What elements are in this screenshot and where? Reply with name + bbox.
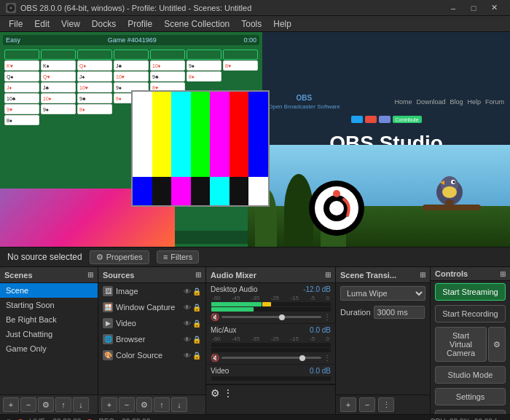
settings-button[interactable]: Settings [435, 388, 506, 405]
scene-item-be-right-back[interactable]: Be Right Back [0, 312, 98, 327]
mic-settings-icon[interactable]: ⋮ [323, 354, 331, 362]
source-lock-icon-2[interactable]: 🔒 [192, 304, 201, 312]
source-color[interactable]: 🎨 Color Source 👁 🔒 [98, 347, 205, 363]
source-lock-icon[interactable]: 🔒 [192, 288, 201, 296]
close-button[interactable]: ✕ [484, 0, 504, 16]
source-lock-icon-5[interactable]: 🔒 [192, 352, 201, 360]
svg-point-2 [9, 7, 12, 9]
scene-item-just-chatting[interactable]: Just Chatting [0, 327, 98, 341]
source-list: 🖼 Image 👁 🔒 🪟 Window Capture 👁 🔒 ▶ Video [98, 283, 205, 395]
scenes-dock-icon[interactable]: ⊞ [87, 271, 93, 279]
scenes-down-button[interactable]: ↓ [73, 397, 89, 412]
scene-item-scene[interactable]: Scene [0, 283, 98, 298]
source-eye-icon-2[interactable]: 👁 [184, 304, 191, 312]
audio-track-video: Video 0.0 dB [206, 365, 335, 384]
filters-button[interactable]: ≡ Filters [157, 250, 199, 264]
mic-aux-db: 0.0 dB [310, 326, 331, 334]
svg-point-6 [329, 201, 344, 215]
audio-dock-icon[interactable]: ⊞ [325, 271, 331, 279]
properties-button[interactable]: ⚙ Properties [90, 250, 149, 264]
mic-volume-thumb[interactable] [299, 355, 305, 361]
scenes-toolbar: + − ⚙ ↑ ↓ [0, 395, 98, 414]
svg-point-11 [453, 181, 455, 183]
studio-mode-button[interactable]: Studio Mode [435, 366, 506, 384]
youtube-icon [365, 116, 377, 123]
source-video[interactable]: ▶ Video 👁 🔒 [98, 315, 205, 331]
transition-add-button[interactable]: + [340, 397, 356, 412]
sources-remove-button[interactable]: − [119, 397, 135, 412]
transitions-panel-header: Scene Transi... ⊞ [336, 267, 430, 283]
start-streaming-button[interactable]: Start Streaming [435, 283, 506, 301]
transition-remove-button[interactable]: − [359, 397, 375, 412]
menu-edit[interactable]: Edit [28, 17, 55, 31]
source-browser[interactable]: 🌐 Browser 👁 🔒 [98, 331, 205, 347]
desktop-audio-label: Desktop Audio [211, 285, 258, 293]
duration-input[interactable] [374, 306, 425, 319]
audio-title: Audio Mixer [211, 271, 256, 280]
menu-tools[interactable]: Tools [235, 17, 267, 31]
menu-file[interactable]: File [3, 17, 28, 31]
audio-menu-icon[interactable]: ⋮ [223, 387, 233, 399]
scene-item-starting-soon[interactable]: Starting Soon [0, 298, 98, 312]
source-eye-icon-5[interactable]: 👁 [184, 352, 191, 360]
scene-item-game-only[interactable]: Game Only [0, 341, 98, 356]
audio-track-mic: Mic/Aux 0.0 dB -60-45-35-25-15-50 🔇 ⋮ [206, 324, 335, 365]
window-icon: 🪟 [103, 302, 113, 312]
source-lock-icon-4[interactable]: 🔒 [192, 336, 201, 344]
sources-down-button[interactable]: ↓ [171, 397, 187, 412]
menu-profile[interactable]: Profile [122, 17, 158, 31]
bottom-panels: Scenes ⊞ Scene Starting Soon Be Right Ba… [0, 267, 510, 414]
title-bar-controls: – □ ✕ [443, 0, 504, 16]
exit-button[interactable]: Exit [435, 410, 506, 414]
menu-docks[interactable]: Docks [86, 17, 122, 31]
scenes-up-button[interactable]: ↑ [55, 397, 71, 412]
scenes-panel-header: Scenes ⊞ [0, 267, 98, 283]
source-lock-icon-3[interactable]: 🔒 [192, 320, 201, 328]
source-eye-icon-3[interactable]: 👁 [184, 320, 191, 328]
virtual-camera-settings-button[interactable]: ⚙ [488, 327, 506, 362]
color-bars-overlay [131, 90, 270, 207]
virtual-camera-row: Start Virtual Camera ⚙ [435, 327, 506, 362]
transition-menu-button[interactable]: ⋮ [378, 397, 394, 412]
source-image[interactable]: 🖼 Image 👁 🔒 [98, 283, 205, 299]
source-eye-icon-4[interactable]: 👁 [184, 336, 191, 344]
start-recording-button[interactable]: Start Recording [435, 305, 506, 322]
source-eye-icon[interactable]: 👁 [184, 288, 191, 296]
app-icon [6, 3, 16, 13]
minimize-button[interactable]: – [443, 0, 463, 16]
scenes-add-button[interactable]: + [3, 397, 19, 412]
sources-add-button[interactable]: + [101, 397, 117, 412]
scenes-settings-button[interactable]: ⚙ [38, 397, 54, 412]
controls-dock-icon[interactable]: ⊞ [500, 270, 506, 278]
desktop-audio-db: -12.0 dB [303, 285, 331, 293]
maximize-button[interactable]: □ [463, 0, 484, 16]
audio-gear-icon[interactable]: ⚙ [211, 387, 220, 399]
menu-help[interactable]: Help [267, 17, 297, 31]
duration-label: Duration [340, 308, 371, 317]
video-audio-db: 0.0 dB [310, 367, 331, 375]
controls-title: Controls [435, 269, 468, 278]
desktop-volume-thumb[interactable] [279, 314, 285, 320]
svg-point-7 [333, 190, 340, 197]
duration-row: Duration [336, 304, 430, 321]
sources-toolbar: + − ⚙ ↑ ↓ [98, 395, 205, 414]
sources-dock-icon[interactable]: ⊞ [195, 271, 201, 279]
desktop-settings-icon[interactable]: ⋮ [323, 313, 331, 321]
controls-panel: Controls ⊞ Start Streaming Start Recordi… [431, 267, 510, 414]
sources-settings-button[interactable]: ⚙ [136, 397, 152, 412]
desktop-mute-icon[interactable]: 🔇 [211, 313, 219, 321]
forest-scene [248, 145, 510, 247]
source-window-capture[interactable]: 🪟 Window Capture 👁 🔒 [98, 299, 205, 315]
mic-mute-icon[interactable]: 🔇 [211, 354, 219, 362]
mic-volume-slider[interactable] [221, 357, 321, 359]
start-virtual-camera-button[interactable]: Start Virtual Camera [435, 327, 487, 362]
transitions-dock-icon[interactable]: ⊞ [420, 271, 425, 279]
sources-panel: Sources ⊞ 🖼 Image 👁 🔒 🪟 Window Capture 👁 [98, 267, 206, 414]
desktop-volume-slider[interactable] [221, 316, 321, 318]
sources-up-button[interactable]: ↑ [154, 397, 170, 412]
menu-scene-collection[interactable]: Scene Collection [158, 17, 235, 31]
scenes-remove-button[interactable]: − [20, 397, 36, 412]
transition-type-select[interactable]: Luma Wipe [340, 286, 425, 301]
menu-view[interactable]: View [55, 17, 86, 31]
scene-list: Scene Starting Soon Be Right Back Just C… [0, 283, 98, 395]
